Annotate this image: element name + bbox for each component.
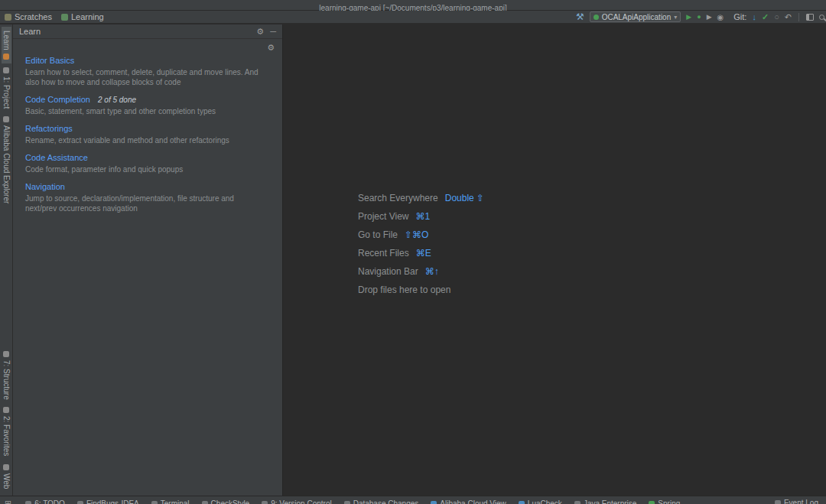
statusbar-item-version-control[interactable]: 9: Version Control <box>262 499 332 504</box>
web-toolwindow-icon <box>3 464 9 470</box>
build-icon[interactable]: ⚒ <box>576 12 584 22</box>
stripe-button-favorites[interactable]: 2: Favorites <box>2 403 11 460</box>
restore-layout-icon[interactable] <box>806 14 814 21</box>
lesson-description: Rename, extract variable and method and … <box>25 135 261 145</box>
statusbar-right: Event Log <box>775 499 818 504</box>
checkstyle-icon <box>202 501 208 504</box>
lesson-progress: 2 of 5 done <box>98 96 136 104</box>
run-config-name: OCALApiApplication <box>602 13 672 21</box>
findbugs-icon <box>77 501 83 504</box>
statusbar-item-terminal[interactable]: Terminal <box>151 499 190 504</box>
lesson-description: Basic, statement, smart type and other c… <box>25 106 261 116</box>
stripe-button-alibaba-cloud-explorer[interactable]: Alibaba Cloud Explorer <box>2 112 11 207</box>
project-toolwindow-icon <box>3 67 9 73</box>
history-button[interactable]: ○ <box>774 12 779 22</box>
scratches-icon <box>5 14 11 21</box>
statusbar-item-checkstyle[interactable]: CheckStyle <box>202 499 250 504</box>
toolwindow-switcher-icon[interactable]: ⊞ <box>5 499 11 504</box>
run-config-select[interactable]: OCALApiApplication ▾ <box>590 11 681 22</box>
spring-app-icon <box>593 15 599 20</box>
nav-item-learning[interactable]: Learning <box>61 12 104 21</box>
toolbar-divider <box>798 13 799 21</box>
statusbar-item-spring[interactable]: Spring <box>649 499 680 504</box>
empty-editor-shortcuts: Search Everywhere Double ⇧ Project View … <box>358 189 484 299</box>
gear-icon[interactable]: ⚙ <box>267 43 275 53</box>
structure-toolwindow-icon <box>3 351 9 357</box>
alibaba-cloud-explorer-icon <box>3 116 9 122</box>
run-toolbar: ⚒ OCALApiApplication ▾ ▶ ● ▶ ◉ Git: ↓ ✓ … <box>576 11 823 22</box>
shortcut-row: Recent Files ⌘E <box>358 244 484 262</box>
lesson-link[interactable]: Code Assistance <box>25 153 88 162</box>
nav-item-label: Learning <box>71 12 104 21</box>
statusbar-item-findbugs[interactable]: FindBugs-IDEA <box>77 499 139 504</box>
stripe-bottom-group: 7: Structure 2: Favorites Web <box>2 347 11 493</box>
stripe-button-web[interactable]: Web <box>2 460 11 493</box>
left-toolwindow-stripe: Learn 1: Project Alibaba Cloud Explorer … <box>0 24 13 496</box>
learn-panel-title: Learn <box>19 27 250 36</box>
status-bar: ⊞ 6: TODO FindBugs-IDEA Terminal CheckSt… <box>0 496 826 504</box>
luacheck-icon <box>519 501 525 504</box>
statusbar-item-java-enterprise[interactable]: Java Enterprise <box>574 499 636 504</box>
nav-item-scratches[interactable]: Scratches <box>5 12 52 21</box>
learn-panel-toolbar: ⚙ <box>13 39 282 56</box>
favorites-toolwindow-icon <box>3 407 9 413</box>
editor-area[interactable]: Search Everywhere Double ⇧ Project View … <box>283 24 826 496</box>
shortcut-row: Search Everywhere Double ⇧ <box>358 189 484 207</box>
list-item: Editor Basics Learn how to select, comme… <box>25 56 272 87</box>
navigation-bar: Scratches Learning ⚒ OCALApiApplication … <box>0 11 826 24</box>
stripe-button-learn[interactable]: Learn <box>2 27 11 63</box>
git-commit-button[interactable]: ✓ <box>762 12 769 22</box>
chevron-down-icon: ▾ <box>674 14 677 21</box>
statusbar-item-database-changes[interactable]: Database Changes <box>344 499 419 504</box>
statusbar-item-event-log[interactable]: Event Log <box>775 499 818 504</box>
stripe-button-project[interactable]: 1: Project <box>2 63 11 112</box>
learn-panel-header: Learn ⚙ ─ <box>13 24 282 39</box>
gear-icon[interactable]: ⚙ <box>256 27 264 37</box>
lesson-description: Learn how to select, comment, delete, du… <box>25 67 261 87</box>
git-update-button[interactable]: ↓ <box>752 12 756 22</box>
run-button[interactable]: ▶ <box>686 12 691 22</box>
statusbar-item-luacheck[interactable]: LuaCheck <box>519 499 562 504</box>
profiler-button[interactable]: ◉ <box>717 12 724 22</box>
window-titlebar: learning-game-api [~/Documents/p3/learni… <box>0 0 826 11</box>
run-with-coverage-button[interactable]: ▶ <box>707 12 712 22</box>
statusbar-item-alibaba-cloud-view[interactable]: Alibaba Cloud View <box>431 499 506 504</box>
todo-icon <box>25 501 31 504</box>
statusbar-item-todo[interactable]: 6: TODO <box>25 499 65 504</box>
nav-item-label: Scratches <box>15 12 52 21</box>
lesson-link[interactable]: Refactorings <box>25 124 73 133</box>
shortcut-row: Navigation Bar ⌘↑ <box>358 262 484 281</box>
breadcrumb: Scratches Learning <box>5 12 104 21</box>
list-item: Refactorings Rename, extract variable an… <box>25 124 272 145</box>
spring-icon <box>649 501 655 504</box>
event-log-icon <box>775 500 781 504</box>
stripe-top-group: Learn 1: Project Alibaba Cloud Explorer <box>2 27 11 207</box>
learn-toolwindow-icon <box>3 54 9 60</box>
learn-lessons-list: Editor Basics Learn how to select, comme… <box>13 56 282 221</box>
learn-toolwindow: Learn ⚙ ─ ⚙ Editor Basics Learn how to s… <box>13 24 283 496</box>
list-item: Navigation Jump to source, declaration/i… <box>25 182 272 213</box>
learning-icon <box>61 14 68 21</box>
list-item: Code Assistance Code format, parameter i… <box>25 153 272 174</box>
stripe-button-structure[interactable]: 7: Structure <box>2 347 11 404</box>
search-icon[interactable] <box>819 15 824 20</box>
lesson-link[interactable]: Code Completion <box>25 95 90 104</box>
list-item: Code Completion 2 of 5 done Basic, state… <box>25 95 272 116</box>
lesson-description: Code format, parameter info and quick po… <box>25 164 261 174</box>
statusbar-left: ⊞ 6: TODO FindBugs-IDEA Terminal CheckSt… <box>5 499 680 504</box>
java-enterprise-icon <box>574 501 580 504</box>
debug-button[interactable]: ● <box>697 12 701 22</box>
alibaba-cloud-icon <box>431 501 437 504</box>
lesson-link[interactable]: Navigation <box>25 182 65 191</box>
lesson-description: Jump to source, declaration/implementati… <box>25 193 261 213</box>
minimize-icon[interactable]: ─ <box>270 27 276 36</box>
database-icon <box>344 501 350 504</box>
shortcut-row: Drop files here to open <box>358 281 484 299</box>
rollback-button[interactable]: ↶ <box>785 12 792 22</box>
lesson-link[interactable]: Editor Basics <box>25 56 74 65</box>
git-label: Git: <box>733 12 746 21</box>
shortcut-row: Project View ⌘1 <box>358 207 484 226</box>
main-area: Learn 1: Project Alibaba Cloud Explorer … <box>0 24 826 496</box>
version-control-icon <box>262 501 268 504</box>
shortcut-row: Go to File ⇧⌘O <box>358 226 484 244</box>
